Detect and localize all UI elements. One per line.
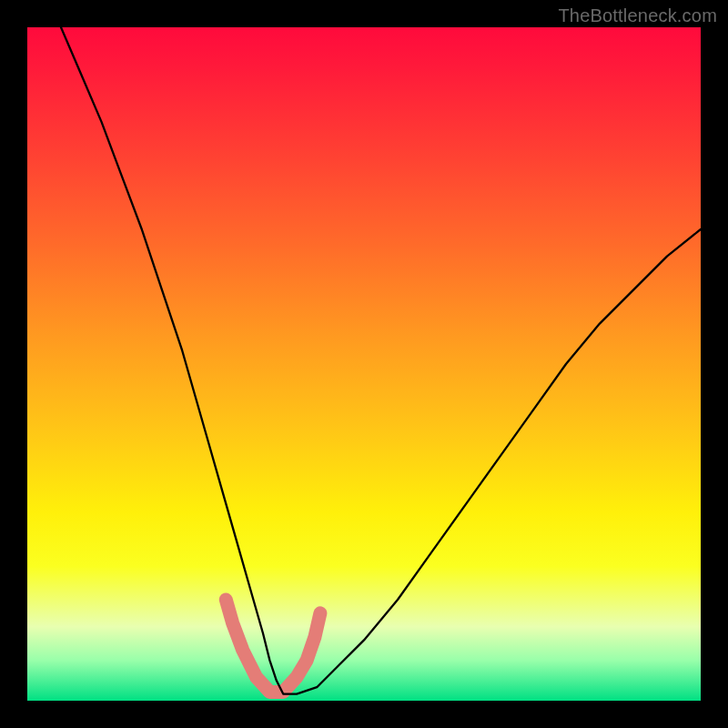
chart-plot-area [27,27,701,701]
watermark-text: TheBottleneck.com [558,5,717,26]
chart-frame: TheBottleneck.com [0,0,728,728]
bottleneck-curve [61,27,701,694]
optimal-range-marker [226,600,320,692]
chart-svg-layer [27,27,701,701]
